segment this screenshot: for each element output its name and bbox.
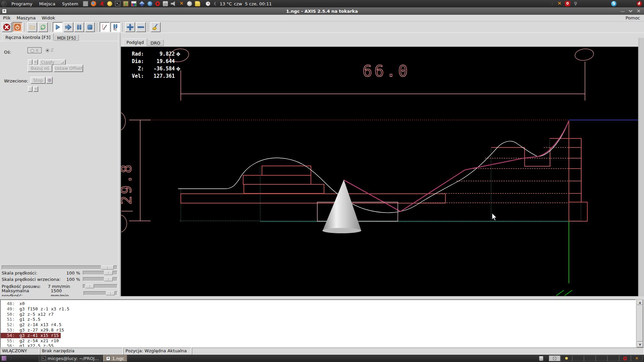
zoom-in-button[interactable] bbox=[125, 22, 135, 32]
opera-launcher-icon[interactable] bbox=[155, 1, 160, 6]
feed-override-slider[interactable] bbox=[83, 271, 117, 275]
jog-mode-select[interactable]: Ciągły bbox=[39, 59, 66, 65]
gcode-line[interactable]: 48:x0 bbox=[1, 301, 27, 306]
stop-button[interactable] bbox=[85, 22, 95, 32]
thunderbird-icon[interactable] bbox=[147, 1, 153, 6]
menu-plik[interactable]: Plik bbox=[0, 15, 14, 20]
spindle-minus-button[interactable]: - bbox=[28, 86, 33, 92]
jog-minus-button[interactable]: - bbox=[28, 59, 33, 65]
preview-canvas[interactable]: 66.0 29.8 bbox=[121, 47, 638, 296]
tab-manual-control[interactable]: Ręczna kontrola [F3] bbox=[2, 34, 54, 41]
gcode-listing[interactable]: 48:x0 49:g3 f150 z-1 x3 r1.5 50:g2 z-5 x… bbox=[0, 299, 636, 348]
jog-speed-thumb[interactable] bbox=[101, 265, 114, 269]
workspace-chat[interactable]: ✕ bbox=[631, 355, 643, 361]
spindle-stop-button[interactable]: Stop bbox=[31, 77, 46, 84]
scroll-up-icon[interactable]: ▲ bbox=[637, 300, 643, 305]
zoom-out-button[interactable] bbox=[136, 22, 146, 32]
gcode-line[interactable]: 50:g2 z-5 x12 r7 bbox=[1, 312, 56, 317]
scroll-down-icon[interactable]: ▼ bbox=[637, 342, 643, 347]
tab-dro[interactable]: DRO bbox=[147, 40, 164, 46]
step-button[interactable] bbox=[63, 22, 73, 32]
tray-grip[interactable]: ⋮ bbox=[551, 2, 554, 5]
axis-radio-x[interactable]: X bbox=[28, 47, 42, 53]
axis-radio-z[interactable]: Z bbox=[46, 48, 54, 53]
dro-rad-label: Rad: bbox=[129, 50, 144, 58]
gcode-line[interactable]: 56:g1 x22.5 z-55 bbox=[1, 343, 56, 348]
chat-tray-icon[interactable]: ✕ bbox=[179, 1, 184, 6]
workspace-5[interactable] bbox=[596, 355, 607, 361]
spindle-brake-button[interactable] bbox=[46, 77, 53, 84]
tab-mdi[interactable]: MDI [F5] bbox=[54, 35, 79, 41]
volume-icon[interactable] bbox=[171, 1, 176, 6]
machine-power-button[interactable] bbox=[12, 22, 22, 32]
gcode-line[interactable]: 52:g2 z-14 x13 r4.5 bbox=[1, 322, 63, 327]
set-offset-button[interactable]: Ustaw Offset bbox=[54, 65, 83, 72]
kdiff3-icon[interactable] bbox=[131, 1, 137, 6]
gcode-scrollbar[interactable]: ▲ ▼ bbox=[637, 299, 643, 348]
estop-button[interactable] bbox=[2, 22, 12, 32]
opera-notify-icon[interactable]: 0 bbox=[565, 1, 570, 6]
shutdown-icon[interactable] bbox=[637, 1, 642, 6]
skype-icon[interactable]: S bbox=[611, 1, 616, 6]
taskbar-grip[interactable]: ⋮ bbox=[9, 357, 12, 360]
skip-lines-toggle[interactable] bbox=[100, 22, 110, 32]
reload-file-button[interactable] bbox=[38, 22, 48, 32]
scroll-thumb[interactable] bbox=[637, 305, 643, 342]
maximize-button[interactable] bbox=[627, 8, 635, 14]
open-file-button[interactable] bbox=[27, 22, 37, 32]
package-icon[interactable] bbox=[123, 1, 128, 6]
trash-icon[interactable] bbox=[539, 356, 543, 361]
gcode-line[interactable]: 51:g1 z-5.5 bbox=[1, 317, 43, 322]
home-axis-button[interactable]: Bazuj oś bbox=[28, 65, 52, 72]
task-axis[interactable]: ✕ 1.ngc bbox=[103, 355, 127, 362]
tab-preview[interactable]: Podgląd bbox=[123, 39, 147, 46]
max-velocity-slider[interactable] bbox=[84, 291, 117, 295]
terminal-launcher-icon[interactable]: >_ bbox=[115, 1, 120, 6]
clear-plot-button[interactable] bbox=[151, 22, 161, 32]
calculator-icon[interactable] bbox=[83, 1, 88, 6]
workspace-opera[interactable] bbox=[619, 355, 631, 361]
menu-widok[interactable]: Widok bbox=[39, 15, 58, 20]
dim-z-text: 66.0 bbox=[363, 62, 410, 80]
plug-icon[interactable]: ⚲ bbox=[573, 1, 578, 6]
menu-programy[interactable]: Programy bbox=[8, 0, 36, 7]
jog-plus-button[interactable]: + bbox=[33, 59, 38, 65]
menu-system[interactable]: System bbox=[59, 0, 82, 7]
workspace-4[interactable] bbox=[584, 355, 596, 361]
clock-applet[interactable]: ☾ 13 °C czw 5 cze, 00:11 bbox=[202, 1, 274, 6]
workspace-6[interactable] bbox=[607, 355, 619, 361]
pause-button[interactable] bbox=[74, 22, 84, 32]
sound-device-icon[interactable] bbox=[163, 1, 168, 6]
workspace-2[interactable] bbox=[560, 355, 572, 361]
menu-miejsca[interactable]: Miejsca bbox=[36, 0, 59, 7]
lamp-icon[interactable] bbox=[107, 1, 112, 6]
close-button[interactable]: ✕ bbox=[635, 8, 643, 14]
task-terminal[interactable]: >_ micges@lucy: ~/PROJ... bbox=[39, 355, 102, 362]
jog-feed-slider[interactable] bbox=[83, 284, 117, 288]
firefox-icon[interactable] bbox=[91, 1, 96, 6]
menu-pomoc[interactable]: Pomoc bbox=[622, 15, 644, 20]
joystick-icon[interactable] bbox=[187, 1, 192, 6]
red-bird-icon[interactable] bbox=[99, 1, 104, 6]
gcode-line[interactable]: 53:g3 z-27 x29.8 r15 bbox=[1, 327, 66, 333]
gcode-line-active[interactable]: 54:g3 z-41 x15 r15 bbox=[1, 333, 61, 338]
spindle-override-slider[interactable] bbox=[83, 277, 117, 281]
gcode-line[interactable]: 55:g2 z-54 x21 r10 bbox=[1, 338, 61, 344]
titlebar[interactable]: ✕ 1.ngc - AXIS 2.5.4 na tokarka — ✕ bbox=[0, 7, 644, 15]
window-list-icon[interactable] bbox=[1, 356, 7, 361]
virtualbox-icon[interactable] bbox=[139, 1, 145, 7]
workspace-3[interactable] bbox=[572, 355, 584, 361]
jog-speed-slider[interactable] bbox=[2, 265, 117, 269]
gcode-line[interactable]: 49:g3 f150 z-1 x3 r1.5 bbox=[1, 306, 71, 312]
minimize-button[interactable]: — bbox=[619, 8, 627, 14]
workspace-1[interactable]: ✕ bbox=[549, 355, 560, 361]
dim-x-text: 29.8 bbox=[121, 163, 135, 204]
spindle-plus-button[interactable]: + bbox=[33, 86, 38, 92]
distro-logo-icon[interactable] bbox=[1, 1, 7, 6]
chat-notify-icon[interactable]: ✕ bbox=[557, 1, 562, 6]
workspace-switcher[interactable]: ✕ ✕ bbox=[549, 355, 644, 361]
optional-pause-toggle[interactable]: M1 bbox=[110, 22, 120, 32]
menu-maszyna[interactable]: Maszyna bbox=[14, 15, 39, 20]
yellow-folder-icon[interactable] bbox=[195, 1, 200, 6]
run-button[interactable] bbox=[53, 22, 63, 32]
